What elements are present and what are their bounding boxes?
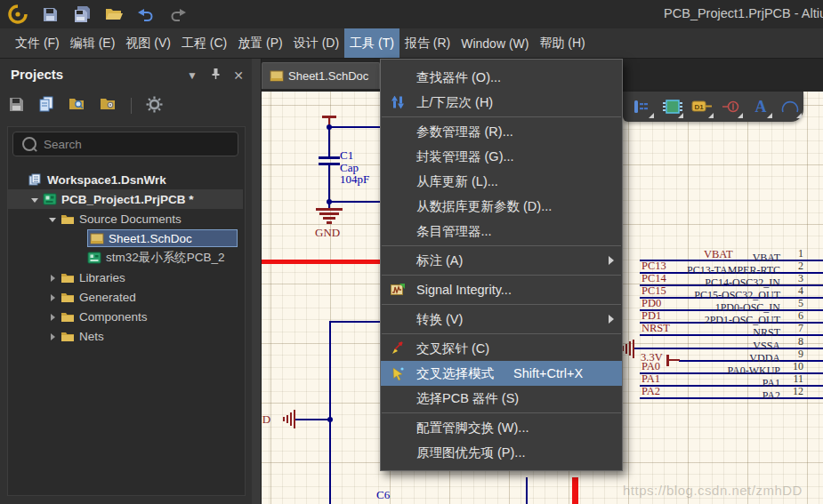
menu-item-11[interactable]: 交叉选择模式Shift+Ctrl+X — [381, 361, 622, 386]
gnd-label[interactable]: GND — [315, 227, 340, 238]
net-label[interactable]: PA1 — [641, 373, 660, 385]
pin-name[interactable]: PA2 — [762, 390, 780, 402]
menu-item-5[interactable]: 从数据库更新参数 (D)... — [381, 194, 622, 219]
tree-expand-open-icon[interactable] — [29, 194, 41, 205]
wire[interactable] — [329, 321, 381, 323]
harness-icon[interactable] — [630, 93, 656, 120]
menubar-item-5[interactable]: 设计 (D) — [288, 28, 344, 58]
net-label[interactable]: PD0 — [641, 298, 661, 309]
tab-sheet1-schdoc[interactable]: Sheet1.SchDoc — [262, 62, 380, 89]
pin-wire[interactable] — [640, 397, 823, 399]
capacitor-value[interactable]: 104pF — [340, 173, 369, 185]
menu-item-12[interactable]: 选择PCB 器件 (S) — [381, 386, 622, 411]
menu-item-14[interactable]: 原理图优先项 (P)... — [381, 440, 622, 465]
wire[interactable] — [328, 165, 330, 202]
save-icon[interactable] — [9, 97, 24, 116]
no-erc-icon[interactable] — [719, 93, 745, 120]
bus-line-red-vertical[interactable] — [572, 477, 578, 504]
undo-icon[interactable] — [135, 4, 157, 25]
tree-item-sheet1-schdoc[interactable]: Sheet1.SchDoc — [8, 228, 243, 248]
close-icon[interactable]: ✕ — [232, 68, 245, 83]
search-box[interactable] — [12, 132, 238, 156]
menubar-item-4[interactable]: 放置 (P) — [232, 28, 288, 58]
menubar-item-8[interactable]: Window (W) — [456, 28, 534, 58]
tree-item-libraries[interactable]: Libraries — [8, 268, 243, 287]
tree-expand-closed-icon[interactable] — [47, 311, 59, 323]
pin-name[interactable]: VDDA — [749, 353, 780, 364]
tree-expand-closed-icon[interactable] — [47, 331, 59, 342]
menu-item-9[interactable]: 转换 (V) — [381, 307, 622, 332]
c6-designator[interactable]: C6 — [376, 489, 390, 500]
tree-item-nets[interactable]: Nets — [8, 326, 243, 346]
pin-name[interactable]: PC15-OSC32_OUT — [694, 290, 780, 301]
pin-name[interactable]: PA1 — [762, 378, 780, 389]
pin-name[interactable]: VSSA — [753, 340, 780, 352]
net-label[interactable]: PC14 — [641, 273, 666, 284]
chevron-down-icon[interactable]: ▼ — [186, 69, 198, 82]
net-label[interactable]: PC15 — [641, 285, 666, 297]
pin-name[interactable]: PC13-TAMPER-RTC — [687, 265, 780, 276]
net-label[interactable]: NRST — [641, 323, 670, 334]
menu-item-10[interactable]: 交叉探针 (C) — [381, 336, 622, 361]
tree-item-components[interactable]: Components — [8, 307, 243, 326]
pin-name[interactable]: VBAT — [753, 252, 780, 264]
folder-settings-icon[interactable] — [100, 97, 117, 115]
net-label[interactable]: PA2 — [641, 386, 660, 397]
folder-search-icon[interactable] — [69, 97, 85, 115]
save-icon[interactable] — [39, 4, 61, 25]
net-label-vbat[interactable]: VBAT — [704, 249, 733, 260]
arc-icon[interactable] — [778, 93, 803, 120]
pin-name[interactable]: PA0-WKUP — [727, 365, 780, 377]
pin-name[interactable]: PC14-OSC32_IN — [705, 277, 780, 289]
menu-item-4[interactable]: 从库更新 (L)... — [381, 169, 622, 194]
tree-expand-closed-icon[interactable] — [47, 292, 59, 303]
menu-item-13[interactable]: 配置管脚交换 (W)... — [381, 415, 622, 440]
tree-expand-open-icon[interactable] — [47, 213, 59, 225]
component-icon[interactable] — [659, 93, 685, 120]
tree-item-source-documents[interactable]: Source Documents — [8, 209, 243, 228]
menubar-item-3[interactable]: 工程 (C) — [176, 28, 232, 58]
tree-item-generated[interactable]: Generated — [8, 287, 243, 307]
wire[interactable] — [295, 419, 329, 420]
menubar-item-2[interactable]: 视图 (V) — [120, 28, 176, 58]
compile-docs-icon[interactable] — [38, 96, 54, 116]
menu-item-2[interactable]: 参数管理器 (R)... — [381, 119, 622, 144]
wire[interactable] — [328, 201, 382, 203]
net-label[interactable]: PC13 — [641, 260, 666, 272]
menubar-item-0[interactable]: 文件 (F) — [10, 28, 65, 58]
pin-icon[interactable] — [209, 68, 222, 83]
gnd-label-2[interactable]: GND — [261, 413, 270, 425]
menubar-item-1[interactable]: 编辑 (E) — [65, 28, 121, 58]
tree-expand-closed-icon[interactable] — [47, 272, 59, 284]
designator-tag-icon[interactable]: D1 — [689, 93, 714, 120]
menu-item-1[interactable]: 上/下层次 (H) — [381, 90, 622, 115]
capacitor-designator[interactable]: C1 — [340, 149, 353, 161]
bus-line-red[interactable] — [261, 260, 381, 264]
menu-item-8[interactable]: Signal Integrity... — [381, 277, 622, 302]
menu-item-0[interactable]: 查找器件 (O)... — [381, 65, 622, 90]
pin-name[interactable]: 2PD1-OSC_OUT — [705, 315, 780, 326]
selected-tree-item[interactable]: Sheet1.SchDoc — [87, 229, 238, 247]
wire[interactable] — [329, 321, 331, 504]
menubar-item-6[interactable]: 工具 (T) — [344, 28, 399, 58]
tree-item-pcb-project1-prjpcb-[interactable]: PCB_Project1.PrjPCB * — [8, 189, 243, 209]
vdda-power-label[interactable]: 3.3V — [641, 352, 663, 364]
wire[interactable] — [526, 477, 528, 504]
pin-wire[interactable] — [640, 334, 823, 336]
pin-name[interactable]: NRST — [753, 327, 780, 339]
wire[interactable] — [328, 126, 382, 128]
menu-item-7[interactable]: 标注 (A) — [381, 248, 622, 273]
save-all-icon[interactable] — [71, 4, 93, 25]
pin-name[interactable]: 1PD0-OSC_IN — [715, 302, 780, 314]
menubar-item-9[interactable]: 帮助 (H) — [534, 28, 590, 58]
search-input[interactable] — [42, 137, 223, 152]
capacitor-plate[interactable] — [319, 156, 340, 159]
net-label[interactable]: PD1 — [641, 310, 661, 322]
text-string-icon[interactable]: A — [748, 93, 774, 120]
wire[interactable] — [328, 127, 330, 156]
menu-item-6[interactable]: 条目管理器... — [381, 219, 622, 244]
panel-splitter[interactable] — [252, 59, 262, 504]
gear-icon[interactable] — [146, 96, 163, 116]
open-folder-icon[interactable] — [103, 4, 125, 25]
menubar-item-7[interactable]: 报告 (R) — [399, 28, 456, 58]
